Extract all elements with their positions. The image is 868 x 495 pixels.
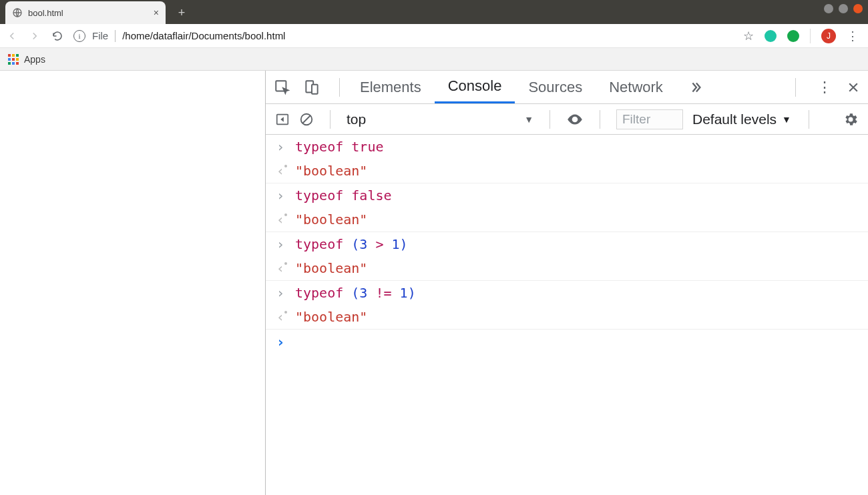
filter-input[interactable]: Filter (616, 109, 683, 129)
bookmarks-bar: Apps (0, 48, 868, 71)
extension-grammarly-icon[interactable] (765, 30, 777, 42)
levels-label: Default levels (692, 111, 777, 127)
separator (550, 110, 550, 129)
console-output-row: "boolean" (266, 207, 868, 232)
output-chevron-icon (275, 211, 286, 227)
url-scheme: File (92, 30, 108, 41)
window-titlebar: bool.html × + (0, 0, 868, 24)
console-input-row: typeof false (266, 183, 868, 207)
input-chevron-icon (275, 236, 286, 252)
inspect-element-icon[interactable] (274, 79, 291, 96)
console-input-code: typeof true (295, 139, 383, 155)
filter-placeholder: Filter (622, 112, 650, 127)
log-levels-selector[interactable]: Default levels ▼ (692, 111, 791, 127)
separator (810, 29, 811, 43)
console-output-row: "boolean" (266, 256, 868, 281)
input-chevron-icon (275, 139, 286, 155)
tab-sources[interactable]: Sources (515, 71, 596, 103)
console-output-value: "boolean" (295, 309, 367, 325)
forward-button[interactable] (28, 29, 41, 43)
reload-button[interactable] (51, 29, 64, 43)
close-tab-icon[interactable]: × (154, 7, 159, 18)
profile-avatar[interactable]: J (821, 29, 836, 43)
input-chevron-icon (275, 187, 286, 203)
more-tabs-icon[interactable] (676, 80, 715, 95)
dropdown-triangle-icon: ▼ (782, 114, 791, 125)
window-maximize-button[interactable] (839, 4, 848, 13)
console-output-value: "boolean" (295, 211, 367, 227)
console-input-code: typeof false (295, 187, 392, 203)
url-field[interactable]: i File /home/dataflair/Documents/bool.ht… (73, 30, 734, 42)
bookmark-star-icon[interactable]: ☆ (743, 29, 754, 43)
device-toolbar-icon[interactable] (303, 79, 320, 96)
clear-console-icon[interactable] (299, 112, 314, 127)
console-input-code: typeof (3 != 1) (295, 285, 416, 301)
input-chevron-icon (275, 285, 286, 301)
url-path: /home/dataflair/Documents/bool.html (122, 30, 285, 41)
apps-label[interactable]: Apps (24, 54, 45, 65)
main-area: Elements Console Sources Network ⋮ (0, 71, 868, 495)
window-controls (824, 4, 863, 13)
output-chevron-icon (275, 309, 286, 325)
separator (809, 110, 809, 129)
tab-console[interactable]: Console (435, 71, 515, 103)
live-expression-icon[interactable] (566, 111, 584, 128)
console-input-code: typeof (3 > 1) (295, 236, 408, 252)
console-sidebar-toggle-icon[interactable] (275, 112, 290, 127)
console-output[interactable]: typeof true"boolean"typeof false"boolean… (266, 135, 868, 495)
separator (339, 78, 340, 97)
execution-context-selector[interactable]: top ▼ (347, 111, 533, 127)
console-input-row: typeof (3 != 1) (266, 281, 868, 305)
console-prompt-row[interactable] (266, 330, 868, 354)
new-tab-button[interactable]: + (172, 3, 191, 22)
output-chevron-icon (275, 163, 286, 179)
console-input-row: typeof true (266, 135, 868, 159)
page-content (0, 71, 266, 495)
console-output-value: "boolean" (295, 260, 367, 276)
back-button[interactable] (5, 29, 19, 43)
devtools-panel: Elements Console Sources Network ⋮ (266, 71, 868, 495)
site-info-icon[interactable]: i (73, 30, 85, 42)
devtools-tabbar: Elements Console Sources Network ⋮ (266, 71, 868, 104)
window-close-button[interactable] (853, 4, 863, 13)
tab-elements[interactable]: Elements (347, 71, 435, 103)
address-bar-right: ☆ J ⋮ (743, 29, 863, 43)
window-minimize-button[interactable] (824, 4, 833, 13)
address-bar: i File /home/dataflair/Documents/bool.ht… (0, 24, 868, 48)
tab-network[interactable]: Network (596, 71, 676, 103)
browser-menu-icon[interactable]: ⋮ (847, 29, 859, 43)
context-label: top (347, 111, 366, 127)
dropdown-triangle-icon: ▼ (524, 114, 533, 125)
extension-green-icon[interactable] (787, 30, 799, 42)
tab-title: bool.html (28, 8, 148, 18)
separator (330, 110, 331, 129)
separator (600, 110, 600, 129)
devtools-close-icon[interactable] (847, 81, 860, 94)
output-chevron-icon (275, 260, 286, 276)
url-divider (115, 30, 116, 42)
console-settings-icon[interactable] (843, 111, 859, 127)
console-output-value: "boolean" (295, 163, 367, 179)
browser-tab[interactable]: bool.html × (5, 1, 166, 24)
avatar-initial: J (827, 31, 831, 41)
console-input-row: typeof (3 > 1) (266, 232, 868, 256)
apps-grid-icon[interactable] (8, 54, 19, 65)
svg-point-6 (574, 117, 576, 120)
svg-rect-3 (312, 84, 318, 93)
console-output-row: "boolean" (266, 159, 868, 183)
globe-icon (12, 7, 23, 18)
prompt-chevron-icon (275, 334, 286, 350)
console-output-row: "boolean" (266, 305, 868, 330)
console-toolbar: top ▼ Filter Default levels ▼ (266, 104, 868, 135)
devtools-menu-icon[interactable]: ⋮ (817, 79, 832, 96)
separator (795, 78, 796, 97)
